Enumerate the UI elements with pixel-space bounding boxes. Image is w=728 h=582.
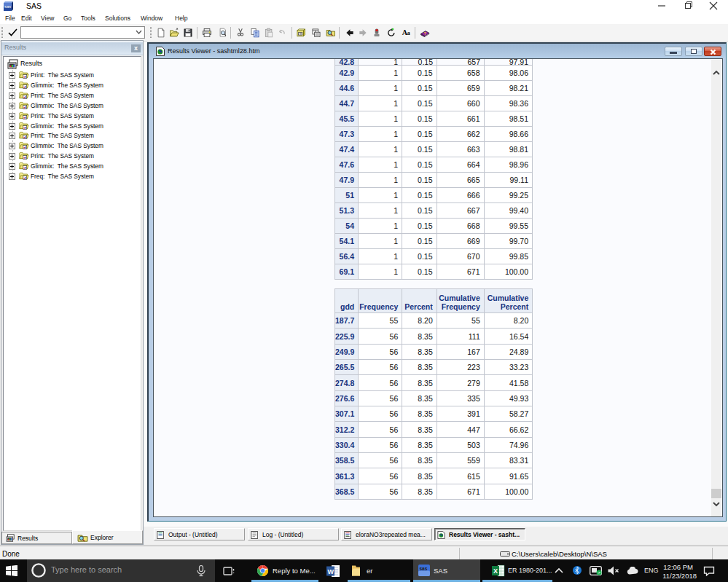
svg-text:W: W	[328, 568, 334, 575]
svg-text:sas: sas	[419, 566, 427, 571]
svg-text:a: a	[407, 30, 410, 36]
svg-text:?: ?	[424, 31, 427, 36]
svg-text:sas: sas	[4, 4, 11, 9]
svg-text:X: X	[493, 567, 498, 575]
